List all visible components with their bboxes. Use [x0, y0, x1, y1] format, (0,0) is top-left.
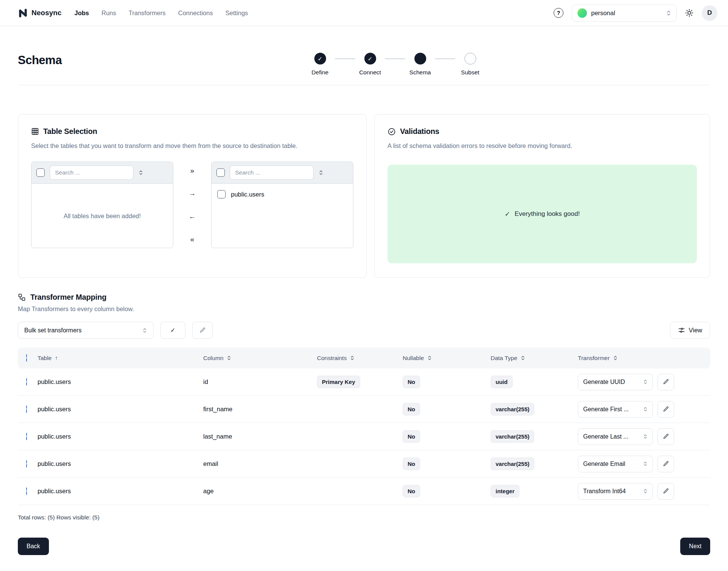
sort-icon	[350, 355, 355, 361]
table-grid-icon	[31, 127, 39, 135]
move-right-button[interactable]: →	[187, 187, 198, 199]
neosync-logo[interactable]: Neosync	[18, 8, 61, 18]
cell-column: id	[203, 378, 317, 385]
cell-table: public.users	[38, 488, 203, 495]
transformer-mapping-section: Transformer Mapping Map Transformers to …	[18, 293, 710, 521]
transformer-select[interactable]: Generate Last ...	[578, 428, 653, 445]
transformer-select[interactable]: Transform Int64	[578, 483, 653, 500]
destination-search-input[interactable]	[230, 165, 314, 180]
data-type-badge: varchar(255)	[491, 430, 534, 443]
edit-transformer-button[interactable]	[657, 456, 674, 472]
transformer-select-label: Generate Last ...	[583, 433, 628, 440]
transformer-mapping-title: Transformer Mapping	[30, 293, 107, 302]
pencil-icon	[663, 433, 669, 440]
sort-icon	[613, 355, 618, 361]
sort-icon	[227, 355, 231, 361]
column-header-constraints[interactable]: Constraints	[317, 355, 403, 362]
sort-icon	[521, 355, 525, 361]
step-connector	[335, 58, 355, 59]
nullable-badge: No	[403, 376, 420, 388]
page-content: Schema ✓ Define ✓ Connect Schema Subset	[0, 53, 728, 565]
sort-icon[interactable]	[318, 170, 323, 176]
cell-table: public.users	[38, 433, 203, 440]
edit-transformer-button[interactable]	[657, 483, 674, 500]
column-header-data-type[interactable]: Data Type	[491, 355, 578, 362]
theme-toggle-button[interactable]	[685, 9, 693, 17]
step-connector	[385, 58, 405, 59]
source-select-all-checkbox[interactable]	[36, 168, 45, 177]
source-search-input[interactable]	[50, 165, 133, 180]
move-left-button[interactable]: ←	[187, 211, 198, 222]
column-header-table[interactable]: Table ↑	[38, 355, 203, 362]
next-button[interactable]: Next	[680, 538, 710, 555]
nav-item-jobs[interactable]: Jobs	[74, 9, 89, 17]
destination-table-item[interactable]: public.users	[212, 184, 353, 205]
view-options-button[interactable]: View	[670, 322, 710, 339]
step-define[interactable]: ✓ Define	[305, 53, 335, 76]
transformer-select-label: Generate UUID	[583, 379, 625, 385]
nav-item-connections[interactable]: Connections	[178, 9, 213, 17]
main-nav: Jobs Runs Transformers Connections Setti…	[74, 9, 248, 17]
cell-table: public.users	[38, 460, 203, 467]
move-all-right-button[interactable]: »	[188, 165, 197, 176]
account-switcher[interactable]: personal	[572, 5, 677, 22]
nullable-badge: No	[403, 485, 420, 497]
chevron-updown-icon	[643, 488, 648, 494]
column-header-column[interactable]: Column	[203, 355, 317, 362]
row-checkbox[interactable]	[26, 460, 27, 467]
neosync-logo-icon	[18, 8, 28, 18]
row-checkbox[interactable]	[26, 433, 27, 440]
column-header-transformer[interactable]: Transformer	[578, 355, 710, 362]
move-all-left-button[interactable]: «	[188, 233, 197, 245]
chevron-updown-icon	[142, 327, 147, 333]
transformer-select[interactable]: Generate UUID	[578, 374, 653, 390]
check-icon: ✓	[368, 55, 373, 62]
sliders-icon	[678, 327, 685, 334]
cell-column: first_name	[203, 406, 317, 413]
column-header-transformer-label: Transformer	[578, 355, 610, 362]
sort-icon[interactable]	[138, 170, 143, 176]
bulk-set-transformers-select[interactable]: Bulk set transformers	[18, 322, 154, 339]
validations-title: Validations	[400, 127, 439, 136]
pencil-icon	[663, 379, 669, 385]
row-checkbox[interactable]	[26, 406, 27, 413]
destination-item-checkbox[interactable]	[217, 190, 226, 198]
chevron-updown-icon	[643, 434, 648, 439]
sort-asc-icon: ↑	[55, 355, 58, 362]
step-subset-circle	[464, 53, 476, 64]
help-icon[interactable]: ?	[554, 8, 563, 18]
transformer-select[interactable]: Generate First ...	[578, 401, 653, 418]
select-all-rows-checkbox[interactable]	[26, 354, 27, 362]
cell-table: public.users	[38, 406, 203, 413]
step-schema[interactable]: Schema	[405, 53, 435, 76]
edit-transformer-button[interactable]	[657, 401, 674, 418]
step-subset-label: Subset	[461, 69, 479, 76]
cell-column: last_name	[203, 433, 317, 440]
step-schema-label: Schema	[410, 69, 431, 76]
destination-select-all-checkbox[interactable]	[217, 168, 225, 177]
user-avatar[interactable]: D	[702, 5, 717, 21]
nav-item-runs[interactable]: Runs	[102, 9, 116, 17]
row-checkbox[interactable]	[26, 378, 27, 385]
table-row: public.users id Primary Key No uuid Gene…	[18, 368, 710, 396]
edit-transformer-button[interactable]	[657, 428, 674, 445]
step-connect[interactable]: ✓ Connect	[355, 53, 385, 76]
back-button[interactable]: Back	[18, 538, 49, 555]
apply-bulk-button[interactable]: ✓	[160, 322, 185, 339]
transformer-select[interactable]: Generate Email	[578, 456, 653, 472]
validations-card: Validations A list of schema validation …	[374, 114, 710, 278]
nullable-badge: No	[403, 430, 420, 443]
step-define-label: Define	[312, 69, 329, 76]
bulk-edit-button[interactable]	[192, 322, 213, 339]
table-summary: Total rows: (5) Rows visible: (5)	[18, 514, 710, 521]
view-button-label: View	[689, 327, 702, 334]
check-icon: ✓	[505, 210, 510, 218]
nav-item-settings[interactable]: Settings	[225, 9, 248, 17]
column-header-nullable[interactable]: Nullable	[403, 355, 491, 362]
edit-transformer-button[interactable]	[657, 374, 674, 390]
step-subset[interactable]: Subset	[455, 53, 485, 76]
nav-item-transformers[interactable]: Transformers	[129, 9, 166, 17]
pencil-icon	[663, 461, 669, 467]
brand-name: Neosync	[31, 9, 61, 17]
row-checkbox[interactable]	[26, 488, 27, 495]
